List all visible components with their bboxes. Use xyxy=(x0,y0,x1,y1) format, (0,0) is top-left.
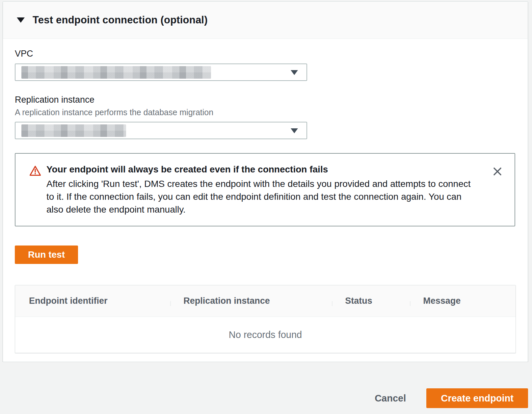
replication-instance-label: Replication instance xyxy=(15,95,515,105)
vpc-select[interactable] xyxy=(15,64,307,81)
close-warning-button[interactable] xyxy=(491,165,504,178)
test-results-table: Endpoint identifier Replication instance… xyxy=(15,285,516,353)
chevron-down-icon xyxy=(291,128,298,133)
column-header-replication-instance: Replication instance xyxy=(170,296,332,306)
warning-title: Your endpoint will always be created eve… xyxy=(46,164,474,175)
panel-title: Test endpoint connection (optional) xyxy=(33,14,208,26)
column-header-endpoint-identifier: Endpoint identifier xyxy=(15,296,170,306)
vpc-label: VPC xyxy=(15,49,515,59)
warning-alert: Your endpoint will always be created eve… xyxy=(15,153,515,226)
cancel-button[interactable]: Cancel xyxy=(375,393,406,404)
redacted-replication-instance-value xyxy=(21,124,126,137)
warning-body: After clicking 'Run test', DMS creates t… xyxy=(46,177,474,216)
collapse-triangle-icon[interactable] xyxy=(17,17,25,23)
panel-body: VPC Replication instance A replication i… xyxy=(3,39,528,353)
warning-text-block: Your endpoint will always be created eve… xyxy=(46,164,474,216)
column-header-status: Status xyxy=(332,296,410,306)
table-empty-state: No records found xyxy=(15,317,516,353)
column-header-message: Message xyxy=(410,296,516,306)
table-header-row: Endpoint identifier Replication instance… xyxy=(15,285,516,317)
replication-instance-description: A replication instance performs the data… xyxy=(15,108,515,117)
test-endpoint-connection-panel: Test endpoint connection (optional) VPC … xyxy=(3,1,528,362)
run-test-button[interactable]: Run test xyxy=(15,246,78,264)
chevron-down-icon xyxy=(291,70,298,75)
warning-triangle-icon xyxy=(29,165,41,178)
redacted-vpc-value xyxy=(21,66,211,79)
create-endpoint-button[interactable]: Create endpoint xyxy=(426,388,528,408)
replication-instance-select[interactable] xyxy=(15,122,307,139)
panel-header[interactable]: Test endpoint connection (optional) xyxy=(3,2,528,39)
close-icon xyxy=(492,166,503,177)
form-footer: Cancel Create endpoint xyxy=(0,362,532,414)
